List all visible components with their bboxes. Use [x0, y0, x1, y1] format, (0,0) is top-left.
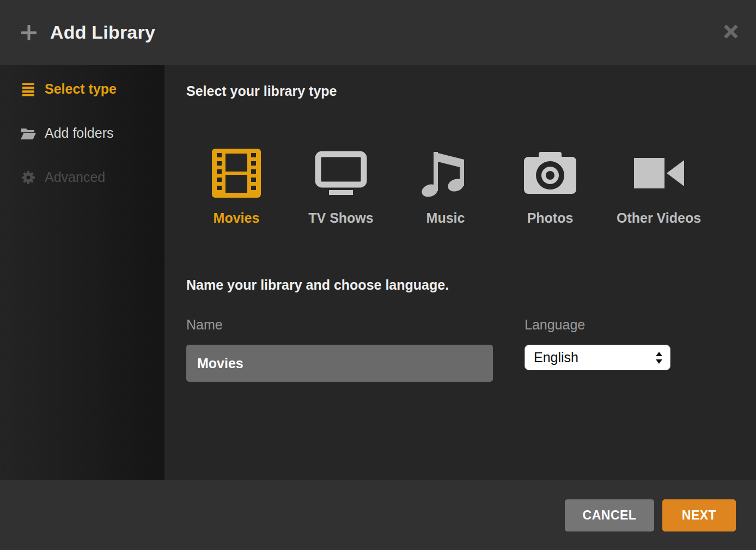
- sidebar-item-label: Advanced: [45, 169, 105, 185]
- add-library-dialog: Add Library S: [0, 0, 756, 550]
- list-lines-icon: [21, 82, 36, 97]
- plus-icon: [20, 23, 38, 42]
- library-type-tv-shows[interactable]: TV Shows: [303, 148, 379, 226]
- close-icon: [721, 22, 741, 41]
- tv-icon: [315, 148, 367, 198]
- camera-icon: [524, 148, 576, 198]
- name-language-form: Name Language English: [186, 317, 756, 382]
- library-name-input[interactable]: [186, 345, 493, 382]
- library-type-label: Photos: [527, 210, 574, 226]
- dialog-header: Add Library: [0, 0, 756, 65]
- library-type-label: Music: [426, 210, 465, 226]
- music-note-icon: [419, 148, 472, 198]
- name-label: Name: [186, 317, 493, 333]
- gear-icon: [21, 170, 36, 185]
- language-label: Language: [525, 317, 670, 333]
- name-field-group: Name: [186, 317, 493, 382]
- library-type-label: TV Shows: [308, 210, 373, 226]
- library-type-heading: Select your library type: [186, 83, 756, 99]
- library-type-label: Movies: [214, 210, 260, 226]
- folder-open-icon: [21, 126, 36, 141]
- cancel-button[interactable]: CANCEL: [565, 499, 654, 531]
- dialog-title: Add Library: [50, 22, 155, 43]
- language-field-group: Language English: [525, 317, 670, 382]
- close-button[interactable]: [721, 22, 741, 41]
- film-strip-icon: [212, 148, 261, 198]
- language-select[interactable]: English: [525, 345, 670, 370]
- library-type-movies[interactable]: Movies: [198, 148, 275, 226]
- library-type-row: Movies TV Shows: [198, 148, 756, 226]
- sidebar-item-advanced[interactable]: Advanced: [21, 169, 164, 185]
- next-button[interactable]: NEXT: [662, 499, 736, 531]
- language-selected-value: English: [534, 350, 656, 365]
- library-type-music[interactable]: Music: [407, 148, 484, 226]
- dialog-body: Select type Add folders: [0, 65, 756, 480]
- name-language-heading: Name your library and choose language.: [186, 277, 756, 293]
- library-type-photos[interactable]: Photos: [512, 148, 588, 226]
- video-camera-icon: [633, 148, 685, 198]
- sidebar-item-select-type[interactable]: Select type: [21, 81, 164, 97]
- sidebar-item-label: Add folders: [45, 125, 113, 141]
- select-stepper-icon: [656, 352, 662, 364]
- main-panel: Select your library type: [164, 65, 756, 480]
- dialog-footer: CANCEL NEXT: [0, 480, 756, 550]
- library-type-label: Other Videos: [617, 210, 701, 226]
- wizard-steps-sidebar: Select type Add folders: [0, 65, 164, 480]
- library-type-other-videos[interactable]: Other Videos: [617, 148, 701, 226]
- sidebar-item-label: Select type: [45, 81, 117, 97]
- sidebar-item-add-folders[interactable]: Add folders: [21, 125, 164, 141]
